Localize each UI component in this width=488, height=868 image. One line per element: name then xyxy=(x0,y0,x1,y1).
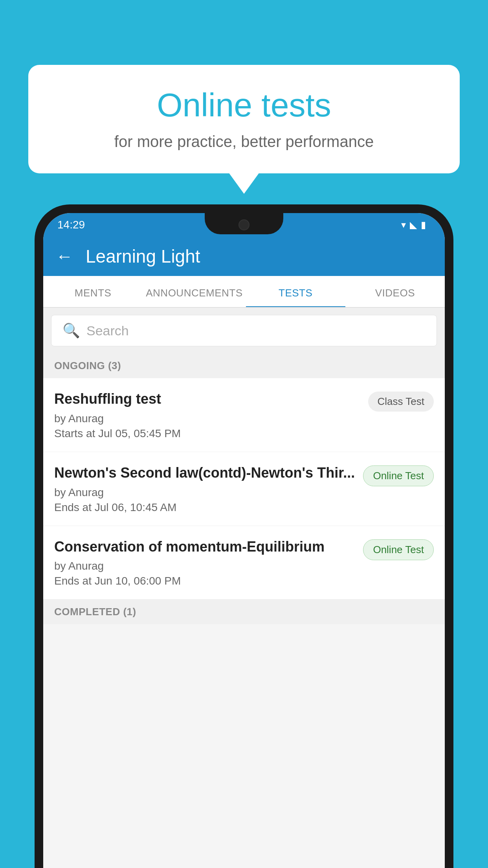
test-name: Reshuffling test xyxy=(54,390,360,408)
test-time: Starts at Jul 05, 05:45 PM xyxy=(54,427,360,440)
signal-icon: ◣ xyxy=(410,219,417,230)
search-placeholder: Search xyxy=(86,323,129,338)
tab-tests[interactable]: TESTS xyxy=(246,276,345,307)
tests-list: Reshuffling test by Anurag Starts at Jul… xyxy=(43,378,445,600)
tab-videos[interactable]: VIDEOS xyxy=(345,276,445,307)
test-info: Reshuffling test by Anurag Starts at Jul… xyxy=(54,390,368,440)
test-info: Newton's Second law(contd)-Newton's Thir… xyxy=(54,464,363,514)
promo-bubble: Online tests for more practice, better p… xyxy=(28,65,460,173)
bubble-title: Online tests xyxy=(52,85,436,125)
tabs-bar: MENTS ANNOUNCEMENTS TESTS VIDEOS xyxy=(43,276,445,308)
test-item[interactable]: Conservation of momentum-Equilibrium by … xyxy=(43,526,445,600)
app-title: Learning Light xyxy=(86,246,200,267)
phone-outer: 14:29 ▾ ◣ ▮ ← Learning Light MENTS ANNOU… xyxy=(35,204,453,868)
test-item[interactable]: Reshuffling test by Anurag Starts at Jul… xyxy=(43,378,445,452)
search-bar[interactable]: 🔍 Search xyxy=(51,315,437,346)
test-author: by Anurag xyxy=(54,560,355,572)
wifi-icon: ▾ xyxy=(401,219,406,230)
phone-inner: 14:29 ▾ ◣ ▮ ← Learning Light MENTS ANNOU… xyxy=(43,213,445,868)
status-icons: ▾ ◣ ▮ xyxy=(401,219,426,230)
test-item[interactable]: Newton's Second law(contd)-Newton's Thir… xyxy=(43,452,445,526)
test-name: Newton's Second law(contd)-Newton's Thir… xyxy=(54,464,355,482)
test-badge-class: Class Test xyxy=(368,392,434,412)
test-author: by Anurag xyxy=(54,486,355,499)
battery-icon: ▮ xyxy=(421,219,426,230)
completed-section: COMPLETED (1) xyxy=(43,600,445,624)
ongoing-section-label: ONGOING (3) xyxy=(43,353,445,378)
app-bar: ← Learning Light xyxy=(43,237,445,276)
test-info: Conservation of momentum-Equilibrium by … xyxy=(54,538,363,588)
bubble-subtitle: for more practice, better performance xyxy=(52,133,436,151)
completed-label: COMPLETED (1) xyxy=(54,606,136,618)
test-author: by Anurag xyxy=(54,412,360,425)
search-container: 🔍 Search xyxy=(43,308,445,353)
phone-wrapper: 14:29 ▾ ◣ ▮ ← Learning Light MENTS ANNOU… xyxy=(35,204,453,868)
tab-announcements[interactable]: ANNOUNCEMENTS xyxy=(143,276,246,307)
test-time: Ends at Jul 06, 10:45 AM xyxy=(54,501,355,514)
test-time: Ends at Jun 10, 06:00 PM xyxy=(54,575,355,587)
back-button[interactable]: ← xyxy=(56,246,73,266)
phone-camera xyxy=(238,219,250,230)
test-name: Conservation of momentum-Equilibrium xyxy=(54,538,355,556)
search-icon: 🔍 xyxy=(62,322,80,339)
test-badge-online: Online Test xyxy=(363,539,434,560)
phone-notch xyxy=(205,213,283,234)
tab-ments[interactable]: MENTS xyxy=(43,276,143,307)
status-time: 14:29 xyxy=(57,219,85,231)
test-badge-online: Online Test xyxy=(363,465,434,486)
